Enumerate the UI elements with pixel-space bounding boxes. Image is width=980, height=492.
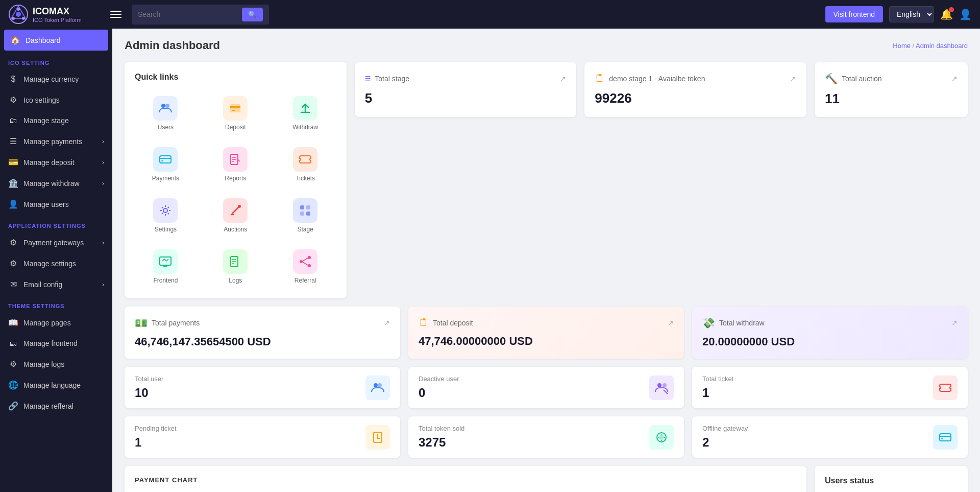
sidebar-item-manage-payments[interactable]: ☰ Manage payments › — [0, 131, 112, 152]
email-config-icon: ✉ — [8, 279, 18, 289]
svg-point-46 — [659, 435, 664, 440]
manage-withdraw-label: Manage withdraw — [23, 179, 80, 188]
svg-line-38 — [303, 262, 308, 265]
tickets-ql-icon — [293, 147, 317, 172]
reports-ql-label: Reports — [225, 175, 246, 182]
expand-icon[interactable]: ↗ — [951, 75, 958, 83]
logs-ql-label: Logs — [229, 277, 242, 284]
auctions-ql-icon — [223, 198, 248, 223]
sidebar-section-app: APPLICATION SETTINGS — [0, 215, 112, 232]
reports-ql-icon — [223, 147, 248, 172]
sidebar-item-manage-deposit[interactable]: 💳 Manage deposit › — [0, 152, 112, 173]
bottom-section: PAYMENT CHART Payments Deposits Withdraw — [125, 466, 968, 492]
deactive-user-label: Deactive user — [419, 375, 459, 383]
svg-rect-47 — [940, 434, 951, 441]
middle-stats-grid: 💵 Total payments ↗ 46,746,147.35654500 U… — [125, 307, 968, 359]
stat-card-total-payments: 💵 Total payments ↗ 46,746,147.35654500 U… — [125, 307, 400, 359]
sidebar-item-manage-stage[interactable]: 🗂 Manage stage — [0, 110, 112, 131]
stat-card-total-stage: ≡ Total stage ↗ 5 — [355, 62, 577, 117]
demo-stage-label: demo stage 1 - Avaialbe token — [609, 75, 705, 83]
manage-pages-label: Manage pages — [23, 319, 71, 327]
small-stat-offline-gateway: Offline gateway 2 — [692, 416, 968, 458]
svg-rect-23 — [300, 205, 304, 209]
sidebar-item-manage-currency[interactable]: $ Manage currency — [0, 69, 112, 89]
expand-icon[interactable]: ↗ — [951, 319, 958, 327]
small-stats-grid-2: Pending ticket 1 Total token sold 3275 — [125, 416, 968, 458]
total-deposit-value: 47,746.00000000 USD — [419, 335, 674, 348]
stage-ql-icon — [293, 198, 317, 223]
sidebar-item-manage-logs[interactable]: ⚙ Manage logs — [0, 354, 112, 374]
stage-ql-label: Stage — [298, 226, 313, 233]
search-button[interactable]: 🔍 — [242, 8, 263, 21]
stat-card-total-withdraw: 💸 Total withdraw ↗ 20.00000000 USD — [692, 307, 968, 359]
search-input[interactable] — [138, 10, 240, 18]
pending-ticket-value: 1 — [135, 435, 177, 450]
quick-link-frontend[interactable]: Frontend — [135, 245, 197, 288]
quick-link-withdraw[interactable]: Withdraw — [275, 92, 336, 135]
total-token-sold-icon — [649, 425, 674, 450]
referral-ql-icon — [293, 249, 317, 274]
sidebar-item-dashboard[interactable]: 🏠 Dashboard — [4, 30, 108, 51]
total-stage-value: 5 — [365, 90, 567, 106]
svg-rect-24 — [306, 205, 310, 209]
ico-settings-label: Ico settings — [23, 96, 60, 104]
svg-point-3 — [12, 17, 15, 20]
sidebar: 🏠 Dashboard ICO SETTING $ Manage currenc… — [0, 29, 112, 492]
sidebar-item-manage-settings[interactable]: ⚙ Manage settings — [0, 253, 112, 274]
quick-link-stage[interactable]: Stage — [275, 194, 336, 237]
breadcrumb: Home / Admin dashboard — [893, 42, 968, 50]
sidebar-item-manage-referral[interactable]: 🔗 Manage refferal — [0, 395, 112, 416]
expand-icon[interactable]: ↗ — [790, 75, 796, 83]
small-stat-total-ticket: Total ticket 1 — [692, 367, 968, 408]
payment-chart-card: PAYMENT CHART Payments Deposits Withdraw — [125, 466, 806, 492]
user-profile-button[interactable]: 👤 — [959, 8, 972, 20]
svg-point-41 — [657, 383, 662, 387]
manage-stage-label: Manage stage — [23, 116, 69, 125]
quick-link-payments[interactable]: Payments — [135, 143, 197, 186]
breadcrumb-home[interactable]: Home — [893, 42, 911, 50]
quick-link-settings[interactable]: Settings — [135, 194, 197, 237]
sidebar-item-manage-users[interactable]: 👤 Manage users — [0, 194, 112, 215]
quick-link-logs[interactable]: Logs — [205, 245, 266, 288]
quick-link-deposit[interactable]: Deposit — [205, 92, 266, 135]
svg-point-42 — [663, 383, 667, 387]
notification-button[interactable]: 🔔 — [940, 8, 953, 20]
withdraw-ql-icon — [293, 96, 317, 121]
visit-frontend-button[interactable]: Visit frontend — [825, 6, 883, 22]
pending-ticket-icon — [365, 425, 390, 450]
sidebar-item-manage-language[interactable]: 🌐 Manage language — [0, 374, 112, 395]
small-stat-total-token-sold: Total token sold 3275 — [408, 416, 684, 458]
svg-rect-25 — [300, 212, 304, 216]
manage-logs-label: Manage logs — [23, 360, 64, 368]
email-config-label: Email config — [23, 280, 62, 289]
quick-link-tickets[interactable]: Tickets — [275, 143, 336, 186]
quick-link-auctions[interactable]: Auctions — [205, 194, 266, 237]
sidebar-item-ico-settings[interactable]: ⚙ Ico settings — [0, 89, 112, 110]
total-payments-icon: 💵 — [135, 317, 148, 329]
sidebar-item-payment-gateways[interactable]: ⚙ Payment gateways › — [0, 232, 112, 253]
manage-users-icon: 👤 — [8, 199, 18, 209]
quick-link-referral[interactable]: Referral — [275, 245, 336, 288]
sidebar-item-manage-frontend[interactable]: 🗂 Manage frontend — [0, 333, 112, 354]
small-stats-grid-1: Total user 10 Deactive user 0 Total ti — [125, 367, 968, 408]
expand-icon[interactable]: ↗ — [384, 319, 390, 327]
chevron-icon: › — [102, 159, 104, 166]
svg-rect-10 — [232, 110, 235, 111]
total-user-value: 10 — [135, 386, 163, 400]
svg-point-36 — [308, 264, 311, 267]
svg-line-37 — [303, 258, 308, 261]
sidebar-item-manage-withdraw[interactable]: 🏦 Manage withdraw › — [0, 173, 112, 194]
currency-icon: $ — [8, 75, 18, 84]
expand-icon[interactable]: ↗ — [560, 75, 566, 83]
total-deposit-icon: 🗒 — [419, 317, 429, 329]
sidebar-item-manage-pages[interactable]: 📖 Manage pages — [0, 312, 112, 333]
manage-users-label: Manage users — [23, 200, 69, 208]
quick-link-users[interactable]: Users — [135, 92, 197, 135]
language-select[interactable]: English French — [889, 6, 934, 22]
expand-icon[interactable]: ↗ — [668, 319, 674, 327]
sidebar-item-email-config[interactable]: ✉ Email config › — [0, 274, 112, 295]
total-ticket-label: Total ticket — [702, 375, 733, 383]
hamburger-button[interactable] — [108, 9, 124, 20]
manage-frontend-label: Manage frontend — [23, 339, 78, 347]
quick-link-reports[interactable]: Reports — [205, 143, 266, 186]
